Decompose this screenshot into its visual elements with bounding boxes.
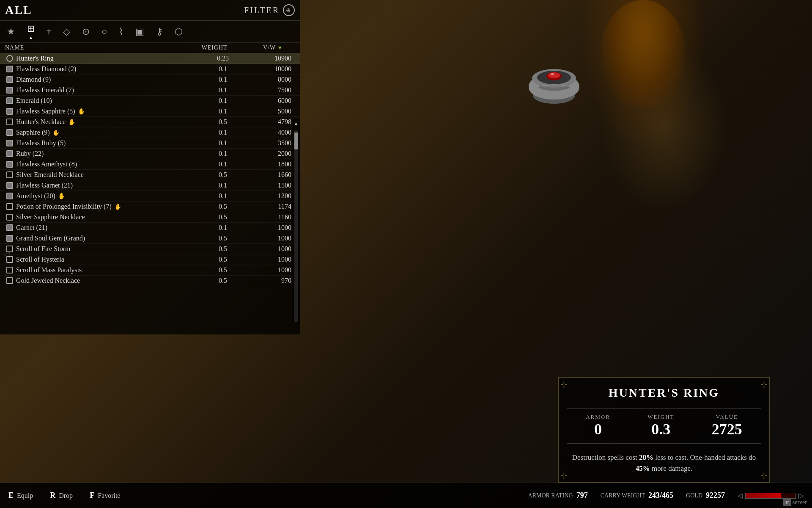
item-icon <box>3 55 16 62</box>
filter-icon[interactable]: ⊕ <box>283 4 295 16</box>
item-name: Hunter's Ring <box>16 55 202 62</box>
item-name: Flawless Diamond (2) <box>16 65 202 73</box>
list-item[interactable]: Sapphire (9) ✋ 0.1 4000 <box>0 127 300 138</box>
cat-other[interactable]: ⬡ <box>175 26 183 37</box>
item-icon <box>3 76 16 83</box>
item-icon <box>3 119 16 125</box>
item-weight: 0.5 <box>202 235 244 242</box>
item-name: Diamond (9) <box>16 76 202 83</box>
list-item[interactable]: Diamond (9) 0.1 8000 <box>0 75 300 85</box>
item-value: 4798 <box>244 118 295 126</box>
list-item[interactable]: Scroll of Fire Storm 0.5 1000 <box>0 244 300 254</box>
list-item[interactable]: Garnet (21) 0.1 1000 <box>0 223 300 233</box>
item-icon <box>3 140 16 146</box>
item-weight: 0.1 <box>202 192 244 200</box>
cat-food[interactable]: ⌇ <box>119 26 123 37</box>
stolen-marker: ✋ <box>78 108 85 115</box>
tserver-label: server <box>793 499 807 506</box>
cat-armor[interactable]: ◇ <box>63 26 70 37</box>
item-name: Amethyst (20) ✋ <box>16 192 202 200</box>
corner-br: ⊹ <box>760 470 768 480</box>
list-item[interactable]: Gold Jeweled Necklace 0.5 970 <box>0 276 300 286</box>
item-icon <box>3 256 16 263</box>
list-item[interactable]: Hunter's Necklace ✋ 0.5 4798 <box>0 117 300 127</box>
status-bar: E Equip R Drop F Favorite Armor Rating 7… <box>0 483 812 508</box>
item-weight: 0.1 <box>202 182 244 189</box>
item-weight: 0.1 <box>202 76 244 83</box>
inventory-header: ALL fiLTeR ⊕ <box>0 0 300 21</box>
list-item[interactable]: Scroll of Hysteria 0.5 1000 <box>0 254 300 265</box>
list-item[interactable]: Grand Soul Gem (Grand) 0.5 1000 <box>0 233 300 244</box>
list-item[interactable]: Hunter's Ring 0.25 10900 <box>0 53 300 64</box>
weight-label: WEIGHT <box>647 414 674 420</box>
item-weight: 0.1 <box>202 86 244 94</box>
col-weight: WEIGHT <box>193 44 236 51</box>
detail-stats: ARMOR 0 WEIGHT 0.3 VALUE 2725 <box>567 408 761 444</box>
item-value: 2000 <box>244 150 295 157</box>
carry-weight-value: 243/465 <box>648 491 673 500</box>
col-name: NAME <box>5 44 193 51</box>
carry-weight-label: Carry Weight <box>601 492 645 499</box>
list-item[interactable]: Flawless Sapphire (5) ✋ 0.1 5000 <box>0 106 300 117</box>
item-value: 1500 <box>244 182 295 189</box>
item-icon <box>3 171 16 178</box>
stat-armor-rating: Armor Rating 797 <box>528 491 588 500</box>
list-item[interactable]: Flawless Amethyst (8) 0.1 1800 <box>0 159 300 170</box>
health-fill <box>746 493 781 498</box>
item-value: 1200 <box>244 192 295 200</box>
item-icon <box>3 246 16 252</box>
item-value: 1160 <box>244 213 295 221</box>
item-value: 7500 <box>244 86 295 94</box>
action-drop[interactable]: R Drop <box>50 491 73 500</box>
item-name: Flawless Garnet (21) <box>16 182 202 189</box>
scroll-up[interactable]: ▲ <box>292 119 300 129</box>
item-icon <box>3 224 16 231</box>
item-icon <box>3 66 16 72</box>
list-item[interactable]: Potion of Prolonged Invisibility (7) ✋ 0… <box>0 202 300 212</box>
item-value: 1800 <box>244 160 295 168</box>
list-item[interactable]: Silver Sapphire Necklace 0.5 1160 <box>0 212 300 223</box>
action-equip[interactable]: E Equip <box>8 491 33 500</box>
ring-image <box>529 64 579 114</box>
cat-books[interactable]: ▣ <box>135 26 144 37</box>
item-value: 970 <box>244 277 295 284</box>
list-item[interactable]: Emerald (10) 0.1 6000 <box>0 96 300 106</box>
list-item[interactable]: Flawless Ruby (5) 0.1 3500 <box>0 138 300 149</box>
filter-area[interactable]: fiLTeR ⊕ <box>244 4 295 16</box>
item-icon <box>3 203 16 210</box>
list-item[interactable]: Flawless Garnet (21) 0.1 1500 <box>0 180 300 191</box>
gold-label: Gold <box>686 492 702 499</box>
item-name: Silver Emerald Necklace <box>16 171 202 179</box>
armor-value: 0 <box>586 420 610 438</box>
list-item[interactable]: Scroll of Mass Paralysis 0.5 1000 <box>0 265 300 276</box>
gold-value: 92257 <box>706 491 725 500</box>
list-item[interactable]: Flawless Diamond (2) 0.1 10000 <box>0 64 300 75</box>
list-item[interactable]: Flawless Emerald (7) 0.1 7500 <box>0 85 300 96</box>
value-label: VALUE <box>712 414 742 420</box>
item-value: 6000 <box>244 97 295 105</box>
list-item[interactable]: Amethyst (20) ✋ 0.1 1200 <box>0 191 300 202</box>
item-icon <box>3 277 16 284</box>
scroll-track[interactable] <box>294 130 298 322</box>
stat-carry-weight: Carry Weight 243/465 <box>601 491 673 500</box>
key-favorite: F <box>90 491 94 500</box>
item-icon <box>3 150 16 157</box>
item-weight: 0.5 <box>202 118 244 126</box>
list-item[interactable]: Ruby (22) 0.1 2000 <box>0 149 300 159</box>
cat-all[interactable]: ★ <box>7 26 15 37</box>
item-name: Flawless Emerald (7) <box>16 86 202 94</box>
action-favorite[interactable]: F Favorite <box>90 491 120 500</box>
item-name: Sapphire (9) ✋ <box>16 129 202 136</box>
cat-keys[interactable]: ⚷ <box>156 26 163 37</box>
item-name: Ruby (22) <box>16 150 202 157</box>
list-item[interactable]: Silver Emerald Necklace 0.5 1660 <box>0 170 300 180</box>
cat-misc[interactable]: ⊞ <box>27 23 35 40</box>
cat-ingredients[interactable]: ○ <box>102 26 107 37</box>
item-name: Flawless Amethyst (8) <box>16 160 202 168</box>
item-name: Gold Jeweled Necklace <box>16 277 202 284</box>
stat-weight: WEIGHT 0.3 <box>647 414 674 438</box>
item-weight: 0.1 <box>202 139 244 147</box>
stat-gold: Gold 92257 <box>686 491 725 500</box>
cat-potions[interactable]: ⊙ <box>82 26 90 37</box>
cat-weapons[interactable]: † <box>47 26 51 37</box>
